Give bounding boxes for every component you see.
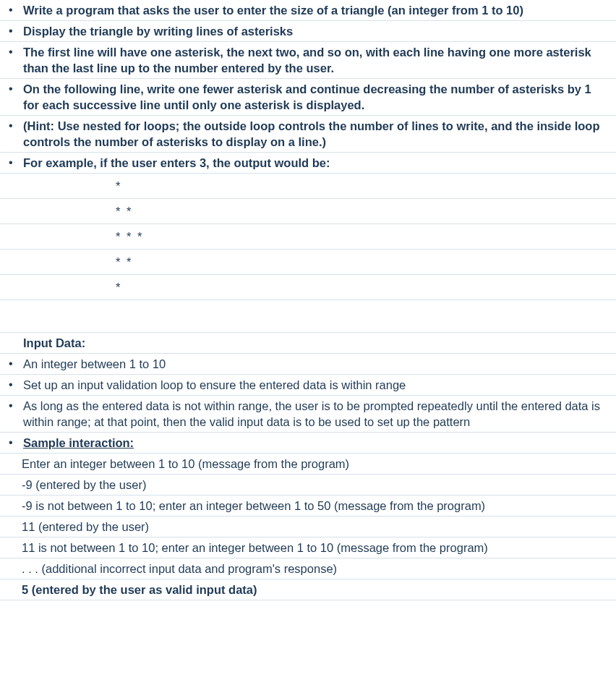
sample-line: -9 is not between 1 to 10; enter an inte… [22,498,610,514]
blank-row [0,300,616,333]
sample-interaction-row: • Sample interaction: [0,433,616,454]
input-data-text: Set up an input validation loop to ensur… [23,377,610,393]
input-data-row: • An integer between 1 to 10 [0,354,616,375]
instruction-text: (Hint: Use nested for loops; the outside… [23,118,610,150]
sample-line: . . . (additional incorrect input data a… [22,561,610,577]
instruction-row: • Write a program that asks the user to … [0,0,616,21]
sample-line: 11 is not between 1 to 10; enter an inte… [22,540,610,556]
bullet: • [7,118,23,134]
instruction-row: • Display the triangle by writing lines … [0,21,616,42]
sample-line-row: Enter an integer between 1 to 10 (messag… [0,454,616,475]
input-data-heading-row: Input Data: [0,333,616,354]
instruction-text: For example, if the user enters 3, the o… [23,155,610,171]
input-data-heading: Input Data: [23,335,610,351]
bullet: • [7,377,23,393]
instruction-row: • The first line will have one asterisk,… [0,42,616,79]
instruction-row: • (Hint: Use nested for loops; the outsi… [0,116,616,153]
bullet: • [7,435,23,451]
sample-line: 5 (entered by the user as valid input da… [22,582,610,598]
instruction-row: • On the following line, write one fewer… [0,79,616,116]
bullet: • [7,44,23,60]
sample-line-row: 11 is not between 1 to 10; enter an inte… [0,537,616,558]
instruction-text: Display the triangle by writing lines of… [23,23,610,39]
instruction-text: On the following line, write one fewer a… [23,81,610,113]
sample-line: -9 (entered by the user) [22,477,610,493]
sample-line-row: . . . (additional incorrect input data a… [0,558,616,579]
bullet: • [7,398,23,414]
asterisk-line: * [0,174,616,199]
instruction-text: The first line will have one asterisk, t… [23,44,610,76]
input-data-text: As long as the entered data is not withi… [23,398,610,430]
input-data-text: An integer between 1 to 10 [23,356,610,372]
bullet: • [7,2,23,18]
sample-line-row: 5 (entered by the user as valid input da… [0,579,616,600]
input-data-row: • As long as the entered data is not wit… [0,396,616,433]
asterisk-line: * * * [0,224,616,250]
instruction-text: Write a program that asks the user to en… [23,2,610,18]
sample-line-row: -9 is not between 1 to 10; enter an inte… [0,496,616,517]
sample-line: Enter an integer between 1 to 10 (messag… [22,456,610,472]
sample-line-row: -9 (entered by the user) [0,475,616,496]
sample-interaction-label: Sample interaction: [23,435,610,451]
bullet: • [7,155,23,171]
sample-line-row: 11 (entered by the user) [0,517,616,537]
bullet: • [7,81,23,97]
asterisk-line: * [0,275,616,300]
sample-line: 11 (entered by the user) [22,519,610,535]
input-data-row: • Set up an input validation loop to ens… [0,375,616,396]
asterisk-line: * * [0,199,616,224]
bullet: • [7,23,23,39]
asterisk-line: * * [0,250,616,275]
bullet: • [7,356,23,372]
instruction-row: • For example, if the user enters 3, the… [0,153,616,174]
